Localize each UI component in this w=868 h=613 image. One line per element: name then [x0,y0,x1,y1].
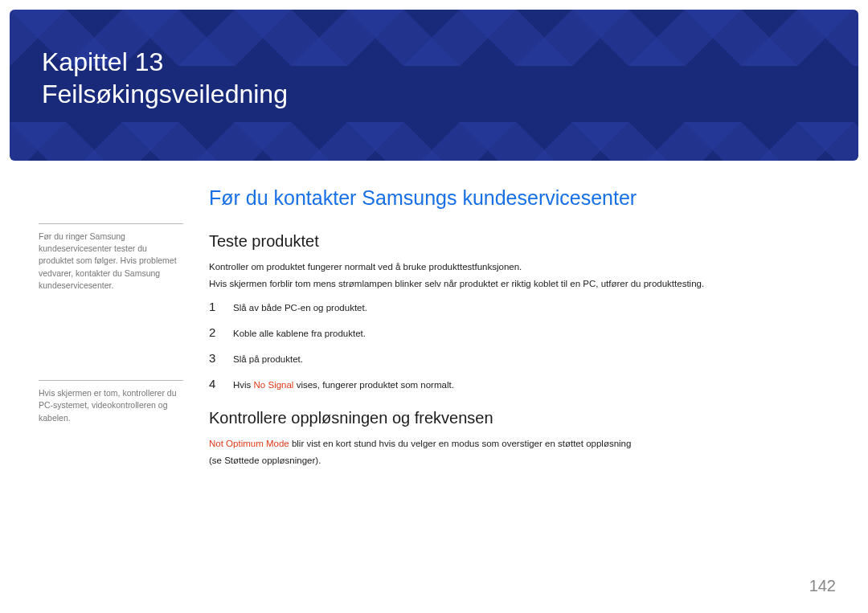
step-item: 3 Slå på produktet. [209,351,829,366]
sidebar-note-1: Før du ringer Samsung kundeservicesenter… [39,223,183,292]
step-text: Slå på produktet. [233,353,303,366]
paragraph: Not Optimum Mode blir vist en kort stund… [209,437,829,451]
step-number: 3 [209,351,219,365]
paragraph: Hvis skjermen forblir tom mens strømlamp… [209,277,829,291]
paragraph: Kontroller om produktet fungerer normalt… [209,260,829,274]
chapter-number: Kapittel 13 [42,46,826,78]
sidebar-notes: Før du ringer Samsung kundeservicesenter… [39,186,183,471]
subsection-test-product: Teste produktet [209,232,829,251]
not-optimum-mode-label: Not Optimum Mode [209,439,289,448]
step-list: 1 Slå av både PC-en og produktet. 2 Kobl… [209,300,829,391]
chapter-hero-banner: Kapittel 13 Feilsøkingsveiledning [10,10,858,161]
step-text: Koble alle kablene fra produktet. [233,327,366,340]
content-area: Før du ringer Samsung kundeservicesenter… [39,186,829,471]
step-text-prefix: Hvis [233,380,254,390]
subsection-resolution: Kontrollere oppløsningen og frekvensen [209,409,829,427]
no-signal-label: No Signal [254,380,294,390]
document-page: Kapittel 13 Feilsøkingsveiledning Før du… [0,0,868,613]
section-title: Før du kontakter Samsungs kundeservicese… [209,186,829,210]
step-text: Slå av både PC-en og produktet. [233,301,367,314]
chapter-title: Feilsøkingsveiledning [42,78,826,110]
paragraph: (se Støttede oppløsninger). [209,454,829,468]
sidebar-note-2: Hvis skjermen er tom, kontrollerer du PC… [39,380,183,424]
paragraph-text: blir vist en kort stund hvis du velger e… [289,439,632,448]
step-text: Hvis No Signal vises, fungerer produktet… [233,378,454,391]
page-number: 142 [809,577,836,595]
step-number: 4 [209,377,219,390]
step-item: 4 Hvis No Signal vises, fungerer produkt… [209,377,829,391]
step-item: 2 Koble alle kablene fra produktet. [209,325,829,340]
step-number: 2 [209,325,219,339]
step-text-suffix: vises, fungerer produktet som normalt. [293,380,453,390]
step-item: 1 Slå av både PC-en og produktet. [209,300,829,314]
main-content: Før du kontakter Samsungs kundeservicese… [209,186,829,471]
step-number: 1 [209,300,219,313]
